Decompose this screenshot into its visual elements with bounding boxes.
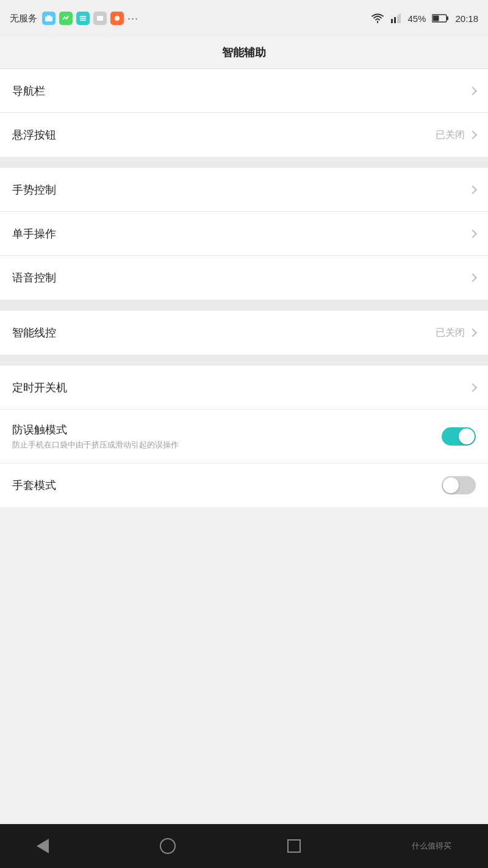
app-icon-4 — [93, 12, 107, 25]
carrier-label: 无服务 — [10, 13, 37, 24]
app-icon-5 — [110, 12, 124, 25]
anti-mistouch-toggle[interactable] — [442, 427, 476, 446]
chevron-icon — [468, 328, 477, 337]
voice-control-label: 语音控制 — [12, 270, 56, 285]
wifi-icon — [371, 13, 384, 24]
chevron-icon — [468, 185, 477, 193]
settings-container: 导航栏 悬浮按钮 已关闭 手势控制 — [0, 69, 488, 507]
chevron-icon — [468, 383, 477, 391]
anti-mistouch-label: 防误触模式 — [12, 422, 179, 437]
logo-text: 什么值得买 — [412, 841, 451, 852]
scheduled-power-label: 定时开关机 — [12, 380, 67, 395]
settings-group-4: 定时开关机 防误触模式 防止手机在口袋中由于挤压或滑动引起的误操作 手套模式 — [0, 366, 488, 507]
status-bar: 无服务 ··· — [0, 0, 488, 37]
battery-label: 45% — [407, 13, 426, 24]
recents-icon — [287, 839, 301, 853]
glove-mode-label: 手套模式 — [12, 478, 56, 493]
chevron-icon — [468, 86, 477, 95]
status-right: 45% 20:18 — [371, 13, 478, 24]
svg-rect-0 — [45, 16, 52, 21]
smart-wire-label: 智能线控 — [12, 325, 56, 340]
status-left: 无服务 ··· — [10, 12, 138, 25]
more-dots: ··· — [127, 12, 138, 25]
settings-item-voice-control[interactable]: 语音控制 — [0, 256, 488, 300]
app-icons: ··· — [42, 12, 138, 25]
time-label: 20:18 — [455, 13, 478, 24]
divider-3 — [0, 355, 488, 366]
bottom-nav: 什么值得买 — [0, 824, 488, 868]
chevron-icon — [468, 273, 477, 282]
home-icon — [160, 838, 176, 854]
settings-item-single-hand[interactable]: 单手操作 — [0, 212, 488, 256]
settings-item-navigation-bar[interactable]: 导航栏 — [0, 69, 488, 113]
app-icon-2 — [59, 12, 73, 25]
chevron-icon — [468, 229, 477, 237]
svg-rect-5 — [97, 16, 103, 21]
gesture-label: 手势控制 — [12, 183, 56, 197]
svg-rect-7 — [391, 19, 393, 23]
svg-rect-8 — [394, 17, 396, 23]
page-title: 智能辅助 — [222, 46, 266, 59]
glove-mode-toggle[interactable] — [442, 476, 476, 494]
floating-btn-label: 悬浮按钮 — [12, 128, 56, 142]
signal-icon — [390, 13, 401, 24]
settings-group-3: 智能线控 已关闭 — [0, 311, 488, 355]
app-icon-1 — [42, 12, 56, 25]
app-icon-3 — [76, 12, 90, 25]
single-hand-label: 单手操作 — [12, 226, 56, 241]
svg-point-6 — [115, 16, 120, 21]
divider-2 — [0, 300, 488, 311]
toggle-knob — [443, 477, 459, 493]
back-button[interactable] — [37, 839, 49, 853]
battery-icon — [432, 13, 449, 23]
divider-1 — [0, 157, 488, 168]
svg-rect-1 — [47, 15, 51, 17]
logo-button[interactable]: 什么值得买 — [412, 841, 451, 852]
svg-rect-10 — [399, 13, 401, 23]
toggle-knob — [459, 429, 475, 444]
nav-bar-label: 导航栏 — [12, 84, 45, 98]
settings-item-floating-button[interactable]: 悬浮按钮 已关闭 — [0, 113, 488, 157]
title-bar: 智能辅助 — [0, 37, 488, 69]
smart-wire-status: 已关闭 — [436, 327, 465, 339]
chevron-icon — [468, 131, 477, 139]
svg-rect-13 — [433, 16, 439, 21]
anti-mistouch-desc: 防止手机在口袋中由于挤压或滑动引起的误操作 — [12, 439, 179, 450]
svg-rect-9 — [397, 15, 399, 23]
settings-item-anti-mistouch[interactable]: 防误触模式 防止手机在口袋中由于挤压或滑动引起的误操作 — [0, 410, 488, 463]
settings-item-smart-wire[interactable]: 智能线控 已关闭 — [0, 311, 488, 355]
svg-rect-12 — [447, 16, 448, 20]
back-icon — [37, 839, 49, 853]
settings-item-glove-mode[interactable]: 手套模式 — [0, 463, 488, 507]
settings-group-2: 手势控制 单手操作 语音控制 — [0, 168, 488, 300]
settings-item-scheduled-power[interactable]: 定时开关机 — [0, 366, 488, 410]
recents-button[interactable] — [287, 839, 301, 853]
floating-btn-status: 已关闭 — [436, 129, 465, 142]
settings-group-1: 导航栏 悬浮按钮 已关闭 — [0, 69, 488, 157]
home-button[interactable] — [160, 838, 176, 854]
settings-item-gesture-control[interactable]: 手势控制 — [0, 168, 488, 212]
